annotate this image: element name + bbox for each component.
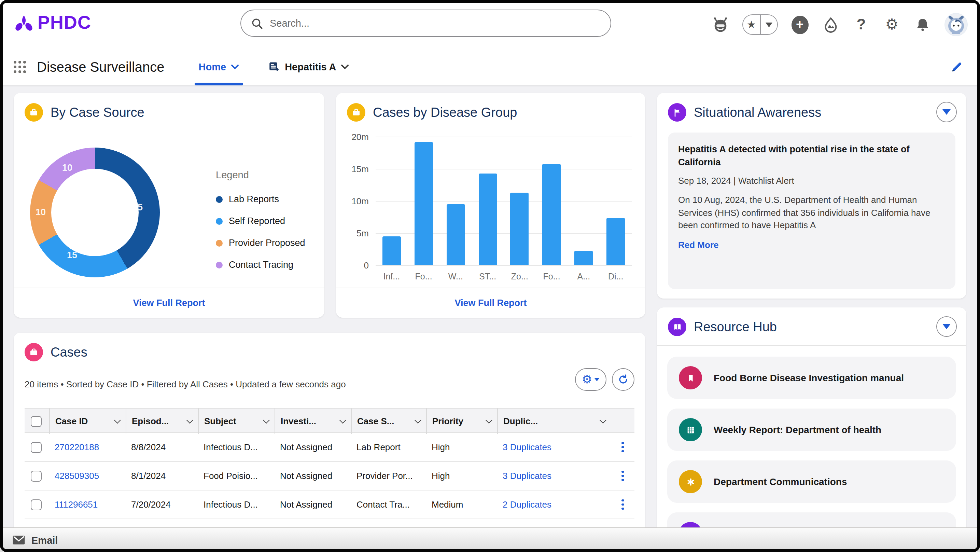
x-axis-labels: Inf... Fo... W... ST... Zo... Fo... A...… (375, 272, 632, 281)
row-actions-menu-icon[interactable] (611, 499, 635, 510)
cell-investigator: Not Assigned (275, 471, 351, 481)
column-header-subject[interactable]: Subject (198, 408, 275, 434)
legend-dot (216, 218, 223, 225)
app-launcher-icon[interactable] (14, 61, 26, 73)
email-envelope-icon (12, 535, 25, 545)
app-name: Disease Surveillance (37, 59, 165, 75)
card-footer: View Full Report (336, 288, 645, 317)
row-checkbox[interactable] (31, 471, 42, 481)
chevron-down-icon (942, 109, 951, 115)
resource-item[interactable]: Department Communications (667, 461, 956, 503)
refresh-icon (617, 374, 629, 385)
cell-priority: Medium (426, 499, 497, 510)
edit-page-pencil-icon[interactable] (950, 60, 964, 77)
column-header-investigator[interactable]: Investi... (275, 408, 351, 434)
bookmark-icon (679, 366, 702, 389)
cell-subject: Infectious D... (198, 442, 275, 452)
email-utility-button[interactable]: Email (32, 534, 58, 546)
search-input[interactable] (270, 18, 584, 29)
collapse-button[interactable] (936, 316, 957, 337)
bar (574, 251, 593, 265)
chevron-down-icon (415, 417, 422, 424)
app-navigation-bar: Disease Surveillance Home Hepatitis A (0, 49, 980, 85)
plus-icon: + (791, 15, 808, 34)
favorites-dropdown-button[interactable] (760, 15, 777, 34)
global-actions-button[interactable]: + (791, 16, 808, 34)
collapse-button[interactable] (936, 102, 957, 122)
legend-title: Legend (216, 169, 305, 180)
cell-episode-date: 8/8/2024 (126, 442, 198, 452)
legend-dot (216, 196, 223, 203)
row-checkbox[interactable] (31, 499, 42, 510)
chevron-down-icon (600, 417, 606, 424)
card-cases: Cases 20 items • Sorted by Case ID • Fil… (14, 333, 645, 536)
select-all-checkbox[interactable] (25, 408, 49, 434)
donut-value-label: 10 (35, 207, 46, 217)
asterisk-icon (679, 470, 702, 493)
row-actions-menu-icon[interactable] (611, 442, 635, 453)
cell-subject: Infectious D... (198, 499, 275, 510)
duplicates-link[interactable]: 2 Duplicates (497, 499, 611, 510)
row-actions-menu-icon[interactable] (611, 471, 635, 481)
read-more-link[interactable]: Red More (678, 240, 718, 250)
help-icon[interactable]: ? (852, 16, 870, 34)
bar-chart-plot-area (375, 137, 632, 265)
header-icon-cluster: ★ + ? ⚙ (712, 0, 968, 49)
view-full-report-link[interactable]: View Full Report (455, 298, 527, 308)
case-id-link[interactable]: 111296651 (49, 499, 126, 510)
column-header-case-source[interactable]: Case S... (351, 408, 426, 434)
notifications-bell-icon[interactable] (914, 16, 932, 34)
case-id-link[interactable]: 270220188 (49, 442, 126, 452)
resource-list: Food Borne Disease Investigation manual … (667, 357, 956, 552)
setup-gear-icon[interactable]: ⚙ (883, 16, 901, 34)
alert-panel: Hepatitis A detected with potential rise… (668, 132, 955, 289)
column-header-case-id[interactable]: Case ID (49, 408, 126, 434)
legend-item: Provider Proposed (216, 238, 305, 248)
view-full-report-link[interactable]: View Full Report (133, 298, 205, 308)
donut-value-label: 15 (67, 250, 77, 260)
column-header-duplicates[interactable]: Duplic... (497, 408, 611, 434)
card-by-case-source: By Case Source 25 15 10 10 Legend Lab Re… (14, 93, 325, 317)
card-footer: View Full Report (14, 288, 325, 317)
einstein-assistant-icon[interactable] (712, 16, 729, 34)
legend-item: Contact Tracing (216, 260, 305, 270)
cell-priority: High (426, 471, 497, 481)
trailhead-icon[interactable] (822, 16, 839, 34)
resource-item[interactable]: Food Borne Disease Investigation manual (667, 357, 956, 399)
chevron-down-icon (339, 417, 346, 424)
y-axis-tick: 20m (342, 132, 369, 142)
alert-title: Hepatitis A detected with potential rise… (678, 144, 945, 169)
chevron-down-icon[interactable] (231, 64, 239, 70)
global-search[interactable] (240, 10, 611, 37)
chevron-down-icon (942, 324, 951, 329)
table-row: 111296651 7/20/2024 Infectious D... Not … (25, 490, 635, 519)
cell-investigator: Not Assigned (275, 499, 351, 510)
chevron-down-icon[interactable] (341, 64, 349, 70)
card-title: Cases (51, 345, 88, 360)
duplicates-link[interactable]: 3 Duplicates (497, 442, 611, 452)
table-header-row: Case ID Episod... Subject Investi... Cas… (25, 408, 635, 433)
resource-item[interactable]: Weekly Report: Department of health (667, 408, 956, 451)
global-header: PHDC ★ (0, 0, 980, 49)
duplicates-link[interactable]: 3 Duplicates (497, 471, 611, 481)
tab-hepatitis-a[interactable]: Hepatitis A (264, 49, 353, 85)
card-cases-by-disease-group: Cases by Disease Group 20m 15m 10m 5m 0 (336, 93, 645, 317)
phdc-logo[interactable]: PHDC (14, 12, 91, 34)
list-settings-button[interactable]: ⚙ (575, 368, 606, 391)
user-avatar[interactable] (945, 13, 968, 36)
donut-value-label: 10 (62, 163, 72, 173)
report-briefcase-icon (347, 103, 365, 121)
bar (446, 204, 465, 265)
column-header-priority[interactable]: Priority (426, 408, 497, 434)
case-id-link[interactable]: 428509305 (49, 471, 126, 481)
refresh-button[interactable] (612, 368, 635, 391)
cases-briefcase-icon (25, 343, 43, 361)
chevron-down-icon (765, 22, 772, 27)
column-header-episode[interactable]: Episod... (126, 408, 198, 434)
knowledge-book-icon (668, 317, 686, 336)
row-checkbox[interactable] (31, 442, 42, 453)
list-view-controls: ⚙ (575, 368, 635, 391)
favorite-star-button[interactable]: ★ (743, 15, 760, 34)
favorites-control[interactable]: ★ (742, 14, 778, 35)
tab-home[interactable]: Home (195, 49, 243, 85)
